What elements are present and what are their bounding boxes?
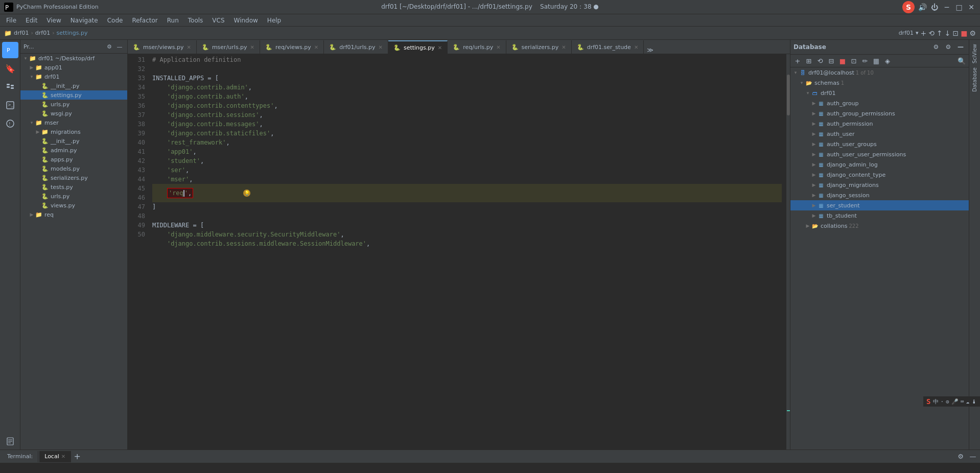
- db-settings-icon[interactable]: ⚙: [931, 42, 941, 52]
- menu-code[interactable]: Code: [103, 16, 127, 25]
- db-console-btn[interactable]: ⊡: [849, 56, 859, 66]
- tab-close[interactable]: ✕: [634, 44, 638, 50]
- minimize-button[interactable]: ─: [942, 3, 951, 12]
- menu-view[interactable]: View: [42, 16, 65, 25]
- settings-btn[interactable]: ⚙: [969, 29, 976, 37]
- tree-item-apps[interactable]: 🐍 apps.py: [20, 155, 127, 164]
- vcs-btn3[interactable]: ↑: [937, 29, 943, 37]
- power-icon[interactable]: ⏻: [930, 3, 939, 12]
- db-refresh-btn[interactable]: ⟲: [815, 56, 825, 66]
- tree-item-mser[interactable]: ▾ 📁 mser: [20, 118, 127, 127]
- todo-icon[interactable]: !: [2, 115, 18, 132]
- vcs-btn4[interactable]: ↓: [945, 29, 951, 37]
- tree-item-views[interactable]: 🐍 views.py: [20, 201, 127, 210]
- terminal-settings-icon[interactable]: ⚙: [955, 452, 966, 462]
- db-edit-btn[interactable]: ✏: [860, 56, 870, 66]
- project-icon[interactable]: P: [2, 42, 18, 58]
- vcs-btn5[interactable]: ⊡: [952, 29, 959, 37]
- db-layout-btn[interactable]: ⊞: [804, 56, 814, 66]
- db-django-content-type[interactable]: ▶ ▦ django_content_type: [790, 170, 969, 180]
- database-label[interactable]: Database: [971, 65, 978, 94]
- db-django-admin-log[interactable]: ▶ ▦ django_admin_log: [790, 159, 969, 170]
- tab-overflow-menu[interactable]: ≫: [644, 46, 657, 54]
- code-content[interactable]: # Application definition INSTALLED_APPS …: [148, 54, 786, 450]
- menu-edit[interactable]: Edit: [21, 16, 41, 25]
- menu-window[interactable]: Window: [230, 16, 262, 25]
- db-add-btn[interactable]: +: [792, 56, 803, 66]
- db-stop-btn[interactable]: ■: [837, 56, 848, 66]
- db-auth-user-perms[interactable]: ▶ ▦ auth_user_user_permissions: [790, 149, 969, 159]
- tree-item-urls2[interactable]: 🐍 urls.py: [20, 192, 127, 201]
- tree-item-init[interactable]: 🐍 __init__.py: [20, 81, 127, 90]
- editor-scrollbar[interactable]: [786, 54, 790, 450]
- tree-item-req[interactable]: ▶ 📁 req: [20, 210, 127, 219]
- tree-item-urls[interactable]: 🐍 urls.py: [20, 100, 127, 109]
- menu-run[interactable]: Run: [163, 16, 183, 25]
- tree-item-migrations[interactable]: ▶ 📁 migrations: [20, 127, 127, 136]
- db-minimize-icon[interactable]: —: [955, 42, 966, 52]
- breadcrumb-root[interactable]: drf01: [14, 30, 29, 36]
- menu-file[interactable]: File: [2, 16, 20, 25]
- tree-item-app01[interactable]: ▶ 📁 app01: [20, 63, 127, 72]
- tree-item-settings[interactable]: 🐍 settings.py: [20, 90, 127, 100]
- terminal-close-icon[interactable]: —: [968, 452, 978, 462]
- db-auth-group-perm[interactable]: ▶ ▦ auth_group_permissions: [790, 108, 969, 119]
- db-drf01-schema[interactable]: ▾ 🗃 drf01: [790, 88, 969, 98]
- tab-mser-views[interactable]: 🐍 mser/views.py ✕: [128, 40, 197, 54]
- db-table-btn[interactable]: ▦: [871, 56, 881, 66]
- menu-help[interactable]: Help: [263, 16, 285, 25]
- db-schemas-item[interactable]: ▾ 📂 schemas 1: [790, 78, 969, 88]
- terminal-tab-close[interactable]: ✕: [61, 454, 65, 459]
- vcs-btn2[interactable]: ⟲: [928, 29, 935, 37]
- tree-item-mser-init[interactable]: 🐍 __init__.py: [20, 136, 127, 146]
- breadcrumb-file[interactable]: settings.py: [57, 30, 88, 36]
- db-django-session[interactable]: ▶ ▦ django_session: [790, 190, 969, 200]
- db-ser-student[interactable]: ▶ ▦ ser_student: [790, 200, 969, 210]
- maximize-button[interactable]: □: [954, 3, 964, 12]
- tree-item-admin[interactable]: 🐍 admin.py: [20, 146, 127, 155]
- tab-close[interactable]: ✕: [379, 44, 383, 50]
- tab-req-urls[interactable]: 🐍 req/urls.py ✕: [448, 40, 506, 54]
- terminal-add-tab[interactable]: +: [72, 452, 82, 462]
- sciview-label[interactable]: SciView: [971, 42, 978, 65]
- app-icon[interactable]: P: [4, 3, 13, 12]
- tab-mser-urls[interactable]: 🐍 mser/urls.py ✕: [197, 40, 260, 54]
- db-filter-icon[interactable]: ⚙: [943, 42, 953, 52]
- vcs-btn6[interactable]: ■: [961, 29, 967, 37]
- db-filter-btn[interactable]: ⊟: [826, 56, 836, 66]
- db-auth-user[interactable]: ▶ ▦ auth_user: [790, 129, 969, 139]
- bookmark-icon[interactable]: 🔖: [2, 60, 18, 77]
- tab-drf01-urls[interactable]: 🐍 drf01/urls.py ✕: [324, 40, 388, 54]
- user-icon[interactable]: S: [902, 1, 915, 13]
- menu-tools[interactable]: Tools: [184, 16, 207, 25]
- terminal-tab-local[interactable]: Local ✕: [39, 451, 71, 462]
- scratchpad-icon[interactable]: [2, 433, 18, 450]
- tab-req-views[interactable]: 🐍 req/views.py ✕: [260, 40, 324, 54]
- tab-close[interactable]: ✕: [187, 44, 191, 50]
- db-auth-group[interactable]: ▶ ▦ auth_group: [790, 98, 969, 108]
- db-tb-student[interactable]: ▶ ▦ tb_student: [790, 210, 969, 221]
- tree-item-serializers[interactable]: 🐍 serializers.py: [20, 173, 127, 182]
- panel-settings-icon[interactable]: ⚙: [105, 42, 114, 51]
- db-auth-user-groups[interactable]: ▶ ▦ auth_user_groups: [790, 139, 969, 149]
- volume-icon[interactable]: 🔊: [918, 3, 927, 12]
- db-django-migrations[interactable]: ▶ ▦ django_migrations: [790, 180, 969, 190]
- menu-vcs[interactable]: VCS: [208, 16, 228, 25]
- terminal-content[interactable]: (drf01) moluo@ubuntu:~/Desktop/drf/drf01…: [0, 463, 980, 473]
- tab-close[interactable]: ✕: [250, 44, 254, 50]
- tab-settings[interactable]: 🐍 settings.py ✕: [388, 40, 448, 54]
- db-search-btn[interactable]: 🔍: [956, 56, 967, 66]
- db-auth-perm[interactable]: ▶ ▦ auth_permission: [790, 119, 969, 129]
- vcs-btn1[interactable]: +: [921, 29, 927, 37]
- db-query-btn[interactable]: ◈: [882, 56, 893, 66]
- structure-icon[interactable]: [2, 79, 18, 95]
- panel-collapse-icon[interactable]: —: [115, 42, 124, 51]
- breadcrumb-dir[interactable]: drf01: [35, 30, 50, 36]
- tab-drf01-ser[interactable]: 🐍 drf01.ser_stude ✕: [572, 40, 644, 54]
- menu-refactor[interactable]: Refactor: [128, 16, 161, 25]
- db-host-item[interactable]: ▾ 🗄 drf01@localhost 1 of 10: [790, 67, 969, 78]
- tree-item-models[interactable]: 🐍 models.py: [20, 164, 127, 173]
- tree-item-wsgi[interactable]: 🐍 wsgi.py: [20, 109, 127, 118]
- vcs-dropdown[interactable]: ▾: [916, 30, 919, 36]
- tab-close[interactable]: ✕: [314, 44, 318, 50]
